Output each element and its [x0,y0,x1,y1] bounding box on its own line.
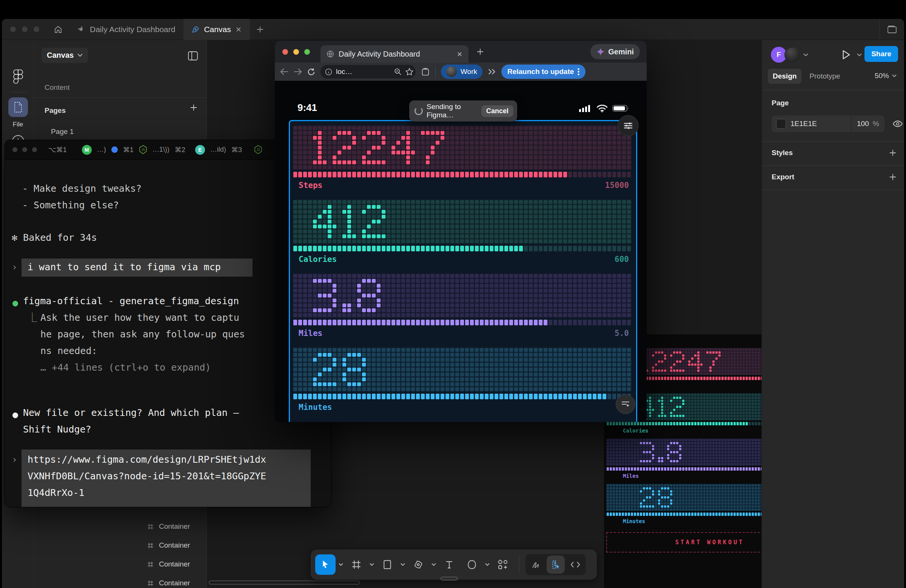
layer-row[interactable]: Container [147,579,190,587]
tab-daily-activity-dashboard[interactable]: Daily Activity Dashboard [69,19,183,40]
terminal-tab[interactable]: …ild) [210,146,226,154]
layer-name: Container [159,560,190,568]
visibility-eye-icon[interactable] [893,120,903,127]
avatar[interactable] [785,47,800,63]
tab-canvas[interactable]: Canvas [183,19,249,40]
close-window-button[interactable] [13,147,18,152]
present-icon[interactable] [842,50,851,60]
start-workout-label: START WORKOUT [675,539,744,546]
browser-tab[interactable]: Daily Activity Dashboard [321,45,469,63]
terminal-window-controls[interactable] [13,147,37,152]
figma-window-controls[interactable] [2,26,48,32]
zoom-window-button[interactable] [32,147,37,152]
canvas-horizontal-scrollbar[interactable] [209,580,360,585]
browser-window-controls[interactable] [275,49,315,55]
dashboard-selected-element[interactable]: Steps15000Calories600Miles5.0Minutes30 [289,120,637,422]
draw-tool-button[interactable] [527,556,545,574]
reload-icon[interactable] [307,68,315,76]
add-export-icon[interactable] [889,173,896,181]
comment-tool-chevron-icon[interactable] [484,563,490,566]
bookmark-star-icon[interactable] [405,68,413,75]
frame-tool-chevron-icon[interactable] [369,563,375,566]
address-bar[interactable]: loc… [321,65,416,78]
toolbar-drag-handle[interactable] [440,577,458,580]
led-grid [293,126,632,170]
new-tab-icon[interactable] [250,25,270,33]
opacity-field[interactable]: 100 % [852,115,884,132]
actions-button[interactable] [493,555,513,575]
terminal-input-line: i want to send it to figma via mcp [27,261,221,272]
share-button[interactable]: Share [865,46,898,62]
new-tab-icon[interactable] [476,48,484,56]
code-button[interactable] [566,556,584,574]
back-icon[interactable] [280,68,289,75]
zoom-window-button[interactable] [33,26,39,32]
terminal-tab[interactable]: ⌘1 [123,146,134,154]
minimize-window-button[interactable] [22,26,27,32]
zoom-out-icon[interactable] [394,68,402,75]
move-tool-button[interactable] [315,555,336,575]
color-swatch[interactable] [776,119,786,129]
window-layout-icon[interactable] [880,25,904,33]
forward-icon[interactable] [294,68,302,75]
nodejs-hexagon-icon[interactable]: JS [139,145,147,155]
kebab-menu-icon[interactable] [577,68,579,75]
sidebar-tab-file[interactable] [8,97,28,117]
pen-tool-chevron-icon[interactable] [431,563,437,566]
file-menu-button[interactable]: Canvas [41,48,88,63]
terminal-tab[interactable]: …) [97,146,106,154]
close-tab-icon[interactable] [457,51,463,57]
terminal-tab[interactable]: ⌘2 [175,146,185,154]
home-icon[interactable] [48,25,69,34]
minimize-window-button[interactable] [22,147,27,152]
layer-row[interactable]: Container [147,522,190,531]
relaunch-update-button[interactable]: Relaunch to update [501,65,585,79]
close-icon[interactable] [236,26,242,32]
profile-button[interactable]: Work [441,65,482,79]
tab-design[interactable]: Design [768,69,801,84]
pen-tool-button[interactable] [408,555,429,575]
extensions-icon[interactable] [421,67,430,76]
overflow-chevrons-icon[interactable] [488,68,496,75]
led-progress-bar [293,393,632,400]
terminal-tab[interactable]: …1\)) [153,146,169,154]
shape-tool-button[interactable] [377,555,397,575]
page-item[interactable]: Page 1 [51,127,73,136]
url-text[interactable]: loc… [336,68,390,76]
terminal-tab[interactable]: ⌥⌘1 [48,146,67,154]
tab-dot-icon[interactable] [112,147,118,153]
tab-badge-e[interactable]: E [195,145,205,155]
present-chevron-icon[interactable] [857,53,862,57]
frame-tool-button[interactable] [346,555,367,575]
add-page-icon[interactable] [190,104,198,112]
text-tool-button[interactable] [439,555,459,575]
close-window-button[interactable] [10,26,16,32]
shape-tool-chevron-icon[interactable] [400,563,406,566]
zoom-menu[interactable]: 50% [875,72,896,80]
layer-row[interactable]: Container [147,560,190,568]
page-assist-button[interactable] [616,394,635,414]
tab-badge-m[interactable]: M [82,145,92,155]
zoom-window-button[interactable] [304,49,310,55]
move-tool-chevron-icon[interactable] [338,563,344,566]
chevron-down-icon[interactable] [803,53,808,57]
tool-call-line: figma-official - generate_figma_design [23,295,239,306]
site-info-icon[interactable] [325,68,332,75]
tool-bullet-icon [13,301,18,306]
collapse-panel-icon[interactable] [188,51,198,61]
close-window-button[interactable] [282,49,288,55]
add-style-icon[interactable] [889,149,896,157]
comment-tool-button[interactable] [462,555,482,575]
terminal-tab[interactable]: ⌘3 [231,146,242,154]
gemini-button[interactable]: Gemini [590,44,640,59]
cancel-button[interactable]: Cancel [481,105,514,117]
page-color-field[interactable]: 1E1E1E [772,115,851,132]
display-settings-button[interactable] [617,115,639,136]
tab-prototype[interactable]: Prototype [804,69,845,84]
divider [34,97,206,98]
layer-row[interactable]: Container [147,541,190,550]
dev-mode-toggle[interactable] [547,556,565,574]
minimize-window-button[interactable] [293,49,299,55]
nodejs-hexagon-icon[interactable]: JS [254,145,262,155]
assistant-bullet-icon [13,413,18,418]
